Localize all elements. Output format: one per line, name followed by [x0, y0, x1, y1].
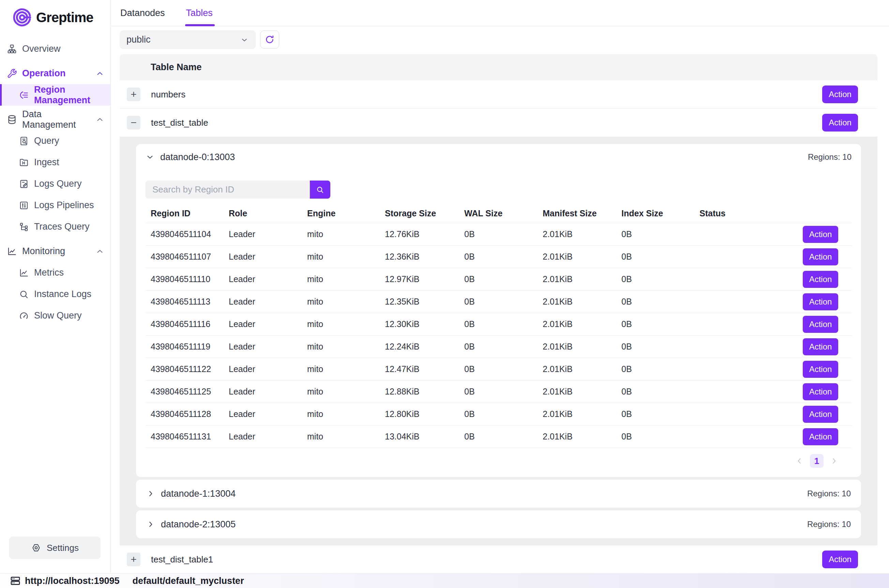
sidebar-item-traces-query[interactable]: Traces Query: [0, 216, 110, 237]
database-icon: [7, 114, 17, 124]
schema-select[interactable]: public: [120, 30, 256, 49]
table-name: test_dist_table1: [151, 554, 213, 565]
region-role: Leader: [229, 297, 307, 307]
region-column-header: Engine: [307, 208, 385, 218]
region-action-button[interactable]: Action: [803, 383, 838, 400]
region-id: 4398046511104: [151, 229, 229, 239]
region-id: 4398046511107: [151, 252, 229, 262]
action-button[interactable]: Action: [822, 550, 858, 568]
region-action-button[interactable]: Action: [803, 293, 838, 310]
pagination-page-1[interactable]: 1: [810, 454, 824, 468]
region-role: Leader: [229, 319, 307, 329]
datanode-0-header[interactable]: datanode-0:13003 Regions: 10: [146, 150, 851, 165]
file-edit-icon: [19, 179, 29, 189]
sidebar: Greptime Overview O: [0, 0, 111, 573]
cluster-name[interactable]: default/default_mycluster: [133, 576, 244, 586]
region-search-button[interactable]: [310, 180, 330, 199]
region-branch-icon: [19, 90, 29, 100]
sidebar-nav: Overview Operation: [0, 38, 110, 326]
action-button[interactable]: Action: [822, 86, 858, 103]
region-column-header: Status: [700, 208, 803, 218]
tree-icon: [19, 222, 29, 232]
chevron-down-icon: [146, 153, 155, 162]
action-button[interactable]: Action: [822, 114, 858, 132]
region-row: 4398046511119 Leader mito 12.24KiB 0B 2.…: [146, 336, 851, 358]
table-row: + numbers Action: [120, 80, 877, 109]
region-action-button[interactable]: Action: [803, 248, 838, 266]
region-manifest-size: 2.01KiB: [543, 319, 622, 329]
sidebar-item-metrics[interactable]: Metrics: [0, 262, 110, 284]
region-role: Leader: [229, 274, 307, 284]
sidebar-section-data-management[interactable]: Data Management: [0, 109, 110, 130]
expand-button[interactable]: +: [127, 553, 140, 566]
region-index-size: 0B: [622, 364, 700, 374]
region-action-button[interactable]: Action: [803, 361, 838, 378]
tables-table-header: Table Name: [120, 54, 877, 80]
region-index-size: 0B: [622, 297, 700, 307]
tab-tables[interactable]: Tables: [186, 0, 213, 26]
sidebar-item-label: Instance Logs: [34, 289, 92, 300]
sidebar-section-label: Operation: [22, 68, 66, 79]
region-engine: mito: [307, 342, 385, 352]
sidebar-section-monitoring[interactable]: Monitoring: [0, 240, 110, 262]
server-url[interactable]: http://localhost:19095: [25, 576, 120, 586]
sidebar-item-label: Metrics: [34, 267, 64, 278]
regions-count: Regions: 10: [807, 519, 851, 529]
datanode-card-1: datanode-1:13004 Regions: 10: [136, 480, 861, 508]
region-id: 4398046511110: [151, 274, 229, 284]
region-search-input[interactable]: [146, 180, 310, 199]
region-action-button[interactable]: Action: [803, 316, 838, 333]
settings-button[interactable]: Settings: [9, 537, 101, 559]
sidebar-item-overview[interactable]: Overview: [0, 38, 110, 60]
datanode-2-header[interactable]: datanode-2:13005 Regions: 10: [146, 519, 851, 530]
pagination-next-button[interactable]: [830, 456, 839, 465]
datanode-card-0: datanode-0:13003 Regions: 10: [136, 144, 861, 477]
expand-button[interactable]: +: [127, 87, 140, 101]
region-engine: mito: [307, 432, 385, 441]
region-manifest-size: 2.01KiB: [543, 297, 622, 307]
greptime-logo: Greptime: [0, 0, 110, 27]
region-row: 4398046511122 Leader mito 12.47KiB 0B 2.…: [146, 358, 851, 381]
region-action-button[interactable]: Action: [803, 338, 838, 356]
table-name: test_dist_table: [151, 117, 208, 128]
region-action-button[interactable]: Action: [803, 428, 838, 445]
region-column-header: Manifest Size: [543, 208, 622, 218]
region-wal-size: 0B: [464, 342, 543, 352]
collapse-button[interactable]: −: [127, 116, 140, 129]
sidebar-item-instance-logs[interactable]: Instance Logs: [0, 284, 110, 305]
region-action-button[interactable]: Action: [803, 226, 838, 243]
column-table-name: Table Name: [151, 62, 202, 73]
sidebar-item-ingest[interactable]: Ingest: [0, 152, 110, 173]
datanode-card-2: datanode-2:13005 Regions: 10: [136, 510, 861, 538]
status-bar: http://localhost:19095 default/default_m…: [0, 573, 889, 588]
region-row: 4398046511131 Leader mito 13.04KiB 0B 2.…: [146, 426, 851, 448]
sidebar-item-region-management[interactable]: Region Management: [0, 84, 110, 106]
region-row: 4398046511116 Leader mito 12.30KiB 0B 2.…: [146, 313, 851, 336]
region-wal-size: 0B: [464, 274, 543, 284]
search-icon: [315, 185, 325, 195]
region-action-button[interactable]: Action: [803, 271, 838, 288]
tab-datanodes[interactable]: Datanodes: [120, 0, 165, 26]
region-table-header: Region IDRoleEngineStorage SizeWAL SizeM…: [146, 204, 851, 223]
sidebar-item-logs-pipelines[interactable]: Logs Pipelines: [0, 195, 110, 216]
gauge-icon: [19, 311, 29, 321]
sidebar-item-label: Logs Query: [34, 178, 82, 189]
pagination-prev-button[interactable]: [795, 456, 804, 465]
region-storage-size: 12.97KiB: [385, 274, 464, 284]
region-storage-size: 12.76KiB: [385, 229, 464, 239]
region-wal-size: 0B: [464, 364, 543, 374]
refresh-button[interactable]: [260, 30, 279, 49]
sidebar-section-operation[interactable]: Operation: [0, 63, 110, 84]
expanded-table-detail: datanode-0:13003 Regions: 10: [120, 137, 877, 545]
datanode-1-header[interactable]: datanode-1:13004 Regions: 10: [146, 489, 851, 499]
region-action-button[interactable]: Action: [803, 406, 838, 423]
region-manifest-size: 2.01KiB: [543, 342, 622, 352]
sidebar-item-slow-query[interactable]: Slow Query: [0, 305, 110, 326]
sidebar-item-logs-query[interactable]: Logs Query: [0, 173, 110, 195]
region-index-size: 0B: [622, 387, 700, 396]
region-id: 4398046511128: [151, 409, 229, 419]
sidebar-section-label: Monitoring: [22, 246, 65, 256]
datanode-label: datanode-1:13004: [161, 489, 236, 499]
chart-icon: [7, 246, 17, 256]
sidebar-item-query[interactable]: Query: [0, 130, 110, 152]
